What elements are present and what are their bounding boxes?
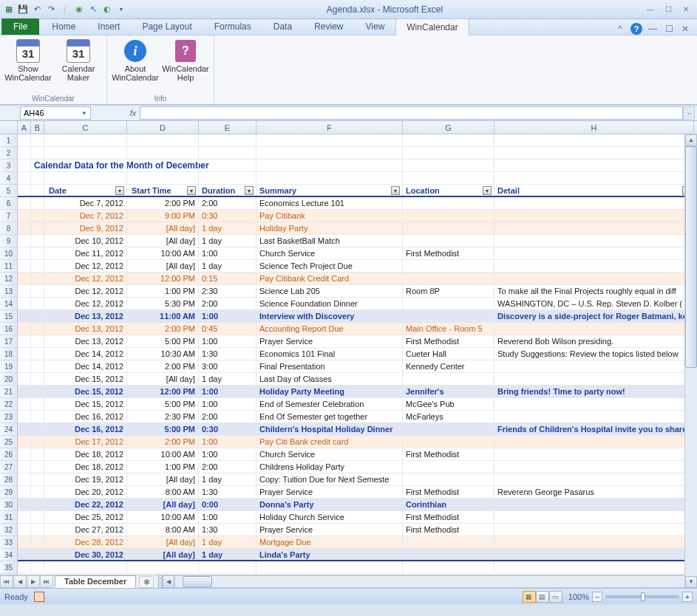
cell[interactable]: 10:30 AM [127, 348, 199, 360]
grid-row[interactable]: Dec 19, 2012[All day]1 dayCopy: Tuition … [18, 473, 697, 486]
cell[interactable]: Dec 16, 2012 [44, 423, 127, 435]
vertical-scrollbar[interactable]: ▲ ▼ [684, 134, 697, 588]
expand-formula-bar-icon[interactable]: ⌄ [683, 106, 695, 120]
cell[interactable] [18, 298, 31, 309]
cell[interactable] [403, 373, 494, 385]
cell[interactable] [18, 423, 31, 435]
cell[interactable] [44, 134, 127, 146]
grid-row[interactable]: Dec 7, 20129:00 PM0:30Pay Citibank [18, 210, 697, 222]
cell[interactable] [18, 398, 31, 410]
cell[interactable]: 2:30 PM [127, 411, 199, 422]
cell[interactable]: 1 day [199, 260, 256, 272]
row-header[interactable]: 6 [0, 197, 17, 210]
filter-dropdown-icon[interactable]: ▼ [483, 186, 492, 195]
cell[interactable] [31, 134, 44, 146]
sheet-nav-prev-icon[interactable]: ◀ [13, 575, 27, 588]
cell[interactable]: Copy: Tuition Due for Next Semeste [256, 473, 403, 485]
hscroll-thumb[interactable] [183, 576, 212, 587]
cell[interactable] [256, 561, 403, 573]
cell[interactable] [31, 197, 44, 209]
cell[interactable] [31, 473, 44, 485]
cell[interactable] [494, 247, 694, 259]
cell[interactable]: Dec 13, 2012 [44, 323, 127, 335]
cell[interactable]: 5:00 PM [127, 398, 199, 410]
cell[interactable]: Calendar Data for the Month of December [31, 160, 44, 171]
filter-dropdown-icon[interactable]: ▼ [187, 186, 196, 195]
grid-row[interactable]: Dec 9, 2012[All day]1 dayHoliday Party [18, 222, 697, 235]
cell[interactable]: Dec 30, 2012 [44, 549, 127, 560]
cell[interactable] [31, 561, 44, 573]
row-header[interactable]: 28 [0, 473, 17, 486]
cell[interactable] [18, 486, 31, 498]
cell[interactable] [403, 210, 494, 222]
cell[interactable]: 11:00 AM [127, 310, 199, 322]
cell[interactable]: Corinthian [403, 499, 494, 510]
cell[interactable]: 1:00 [199, 386, 256, 397]
cell[interactable]: First Methodist [403, 486, 494, 498]
cell[interactable]: 0:45 [199, 323, 256, 335]
cell[interactable] [31, 235, 44, 247]
cell[interactable]: Dec 14, 2012 [44, 360, 127, 372]
workbook-close-icon[interactable]: ✕ [679, 23, 691, 35]
cell[interactable]: 1:30 [199, 486, 256, 498]
cell[interactable] [44, 172, 127, 184]
row-header[interactable]: 13 [0, 285, 17, 298]
cell[interactable] [18, 285, 31, 297]
grid-row[interactable]: Dec 10, 2012[All day]1 dayLast BasketBal… [18, 235, 697, 247]
cell[interactable]: 1 day [199, 235, 256, 247]
cell[interactable] [18, 536, 31, 548]
cell[interactable]: Dec 22, 2012 [44, 499, 127, 510]
cell[interactable]: Pay Citi Bank credit card [256, 436, 403, 448]
row-header[interactable]: 2 [0, 147, 17, 160]
cell[interactable]: Accounting Report Due [256, 323, 403, 335]
cell[interactable] [31, 323, 44, 335]
cell[interactable] [18, 172, 31, 184]
cell[interactable]: 2:00 [199, 298, 256, 309]
new-sheet-icon[interactable]: ✱ [139, 576, 154, 588]
table-header-row[interactable]: Date▼Start Time▼Duration▼Summary▼Locatio… [18, 185, 697, 197]
cell[interactable] [18, 524, 31, 535]
cell[interactable]: 1:00 PM [127, 461, 199, 473]
header-cell[interactable]: Detail▼ [494, 185, 694, 196]
cell[interactable]: 1:30 [199, 524, 256, 535]
cell[interactable]: Dec 16, 2012 [44, 411, 127, 422]
cell[interactable]: 0:15 [199, 273, 256, 284]
cell[interactable] [494, 323, 694, 335]
cell[interactable] [18, 461, 31, 473]
grid-row[interactable]: Dec 20, 20128:00 AM1:30Prayer ServiceFir… [18, 486, 697, 499]
cell[interactable] [31, 373, 44, 385]
cell[interactable]: 1:00 PM [127, 285, 199, 297]
cell[interactable]: Prayer Service [256, 486, 403, 498]
cell[interactable]: 2:00 PM [127, 197, 199, 209]
cell[interactable]: 10:00 AM [127, 247, 199, 259]
qat-dropdown-icon[interactable]: ▼ [115, 4, 127, 16]
cell[interactable]: Dec 12, 2012 [44, 298, 127, 309]
cell[interactable] [18, 222, 31, 234]
cell[interactable] [494, 436, 694, 448]
cell[interactable] [18, 147, 31, 159]
cell[interactable]: Dec 28, 2012 [44, 536, 127, 548]
grid-row[interactable]: Dec 14, 20122:00 PM3:00Final Presentatio… [18, 360, 697, 373]
cell[interactable]: Dec 17, 2012 [44, 436, 127, 448]
cell[interactable] [403, 310, 494, 322]
row-header[interactable]: 35 [0, 561, 17, 574]
cell[interactable] [18, 235, 31, 247]
cell[interactable] [31, 524, 44, 535]
cell[interactable]: 12:00 PM [127, 273, 199, 284]
cell[interactable] [18, 499, 31, 510]
grid-row[interactable]: Dec 13, 201211:00 AM1:00Interview with D… [18, 310, 697, 323]
cell[interactable] [403, 147, 494, 159]
cell[interactable]: Pay Citibank [256, 210, 403, 222]
cell[interactable] [127, 561, 199, 573]
grid-row[interactable]: Dec 17, 20122:00 PM1:00Pay Citi Bank cre… [18, 436, 697, 448]
cell[interactable]: 2:00 [199, 197, 256, 209]
qat-custom-2-icon[interactable]: ↖ [87, 4, 99, 16]
cell[interactable]: First Methodist [403, 448, 494, 460]
sheet-nav-first-icon[interactable]: ⏮ [0, 575, 13, 588]
cell[interactable]: Mortgage Due [256, 536, 403, 548]
cell[interactable] [199, 134, 256, 146]
cell[interactable]: Holiday Party [256, 222, 403, 234]
grid-row[interactable]: Dec 15, 20125:00 PM1:00End of Semester C… [18, 398, 697, 411]
filter-dropdown-icon[interactable]: ▼ [391, 186, 400, 195]
cell[interactable] [18, 273, 31, 284]
